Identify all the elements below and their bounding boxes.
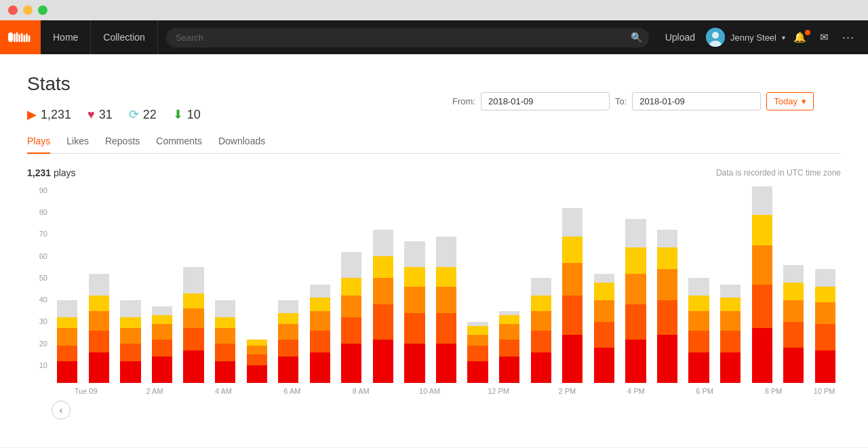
bar-bg: [57, 300, 77, 383]
bar-group: [589, 186, 620, 383]
nav-home[interactable]: Home: [41, 20, 91, 54]
bar-segment: [183, 293, 203, 309]
soundcloud-logo[interactable]: [0, 20, 41, 54]
notifications-button[interactable]: 🔔: [788, 31, 812, 43]
bar-segment: [499, 357, 519, 383]
bar-segment: [625, 304, 646, 340]
tab-comments[interactable]: Comments: [156, 136, 202, 153]
bar-bg: [467, 322, 488, 383]
upload-button[interactable]: Upload: [657, 32, 703, 43]
bar-segment: [752, 245, 772, 285]
bar-segment: [815, 287, 835, 302]
maximize-button[interactable]: [38, 5, 47, 15]
heart-icon: ♥: [87, 108, 95, 122]
bar-segment: [183, 328, 203, 350]
bar-segment: [467, 326, 488, 335]
y-label: 80: [27, 208, 52, 216]
tab-reposts[interactable]: Reposts: [105, 136, 140, 153]
bar-segment: [531, 331, 551, 352]
svg-rect-1: [16, 33, 18, 42]
to-date-input[interactable]: [632, 92, 761, 110]
bar-bg: [278, 300, 298, 383]
bar-segment: [373, 304, 393, 340]
avatar-image: [706, 28, 725, 47]
bar-segment: [310, 352, 330, 383]
bar-segment: [89, 296, 109, 311]
svg-rect-3: [21, 33, 23, 43]
download-icon: ⬇: [173, 107, 183, 122]
y-label: 10: [27, 361, 52, 369]
bar-segment: [215, 344, 235, 361]
stats-wrapper: From: To: Today ▾ Stats ▶ 1,231 ♥ 31 ⟳ 2…: [27, 73, 841, 420]
bar-segment: [404, 313, 425, 344]
bar-segment: [783, 283, 804, 300]
svg-point-8: [712, 32, 719, 39]
search-input[interactable]: [166, 28, 649, 47]
bar-segment: [57, 317, 77, 328]
tab-downloads[interactable]: Downloads: [218, 136, 265, 153]
x-label: 4 AM: [189, 387, 258, 395]
bar-segment: [57, 361, 77, 383]
bars-area: [52, 186, 841, 383]
bar-segment: [531, 296, 551, 311]
bar-segment: [436, 313, 456, 344]
bar-segment: [783, 300, 804, 322]
bar-segment: [562, 296, 583, 335]
x-label: 2 PM: [533, 387, 601, 395]
bar-group: [83, 186, 115, 383]
bar-group: [178, 186, 210, 383]
bar-segment: [120, 317, 140, 328]
bar-segment: [89, 311, 109, 331]
bar-segment: [752, 328, 772, 383]
bar-segment: [562, 237, 583, 263]
messages-button[interactable]: ✉: [814, 31, 834, 43]
bar-segment: [89, 331, 109, 352]
x-axis: Tue 092 AM4 AM6 AM8 AM10 AM12 PM2 PM4 PM…: [52, 387, 841, 395]
bar-group: [241, 186, 273, 383]
nav-collection[interactable]: Collection: [91, 20, 157, 54]
bar-segment: [562, 335, 583, 383]
bar-segment: [625, 340, 646, 383]
repost-icon: ⟳: [129, 107, 139, 122]
tab-likes[interactable]: Likes: [66, 136, 89, 153]
more-options-button[interactable]: ···: [837, 30, 860, 45]
bar-segment: [310, 298, 330, 310]
bar-segment: [152, 324, 172, 340]
bar-group: [273, 186, 304, 383]
bar-segment: [688, 296, 709, 311]
bar-segment: [436, 344, 456, 383]
tab-plays[interactable]: Plays: [27, 136, 50, 153]
bar-segment: [594, 300, 614, 322]
bar-segment: [215, 328, 235, 344]
bar-bg: [247, 340, 267, 383]
bar-bg: [657, 230, 677, 383]
chart-plays-label: 1,231 plays: [27, 167, 76, 178]
svg-rect-5: [26, 34, 28, 43]
window-chrome: [0, 0, 868, 20]
bar-group: [462, 186, 494, 383]
navbar: Home Collection 🔍 Upload Jenny Steel ▾ 🔔…: [0, 20, 868, 54]
bar-segment: [436, 287, 456, 313]
to-label: To:: [615, 96, 627, 106]
bar-segment: [531, 311, 551, 331]
bar-segment: [278, 357, 298, 383]
bar-segment: [152, 340, 172, 357]
stats-tabs: PlaysLikesRepostsCommentsDownloads: [27, 136, 841, 154]
username-label[interactable]: Jenny Steel: [728, 33, 779, 43]
y-label: 90: [27, 186, 52, 195]
close-button[interactable]: [8, 5, 18, 15]
minimize-button[interactable]: [23, 5, 33, 15]
bar-group: [146, 186, 178, 383]
search-icon: 🔍: [631, 32, 642, 43]
chart-prev-button[interactable]: ‹: [52, 401, 71, 420]
downloads-stat: ⬇ 10: [173, 107, 201, 122]
bar-segment: [89, 352, 109, 383]
bar-segment: [310, 331, 330, 352]
chevron-down-icon: ▾: [802, 96, 806, 106]
from-date-input[interactable]: [481, 92, 610, 110]
bar-group: [810, 186, 842, 383]
today-select[interactable]: Today ▾: [766, 92, 814, 110]
x-label: 10 AM: [395, 387, 464, 395]
bar-segment: [57, 346, 77, 361]
bar-segment: [341, 278, 361, 296]
